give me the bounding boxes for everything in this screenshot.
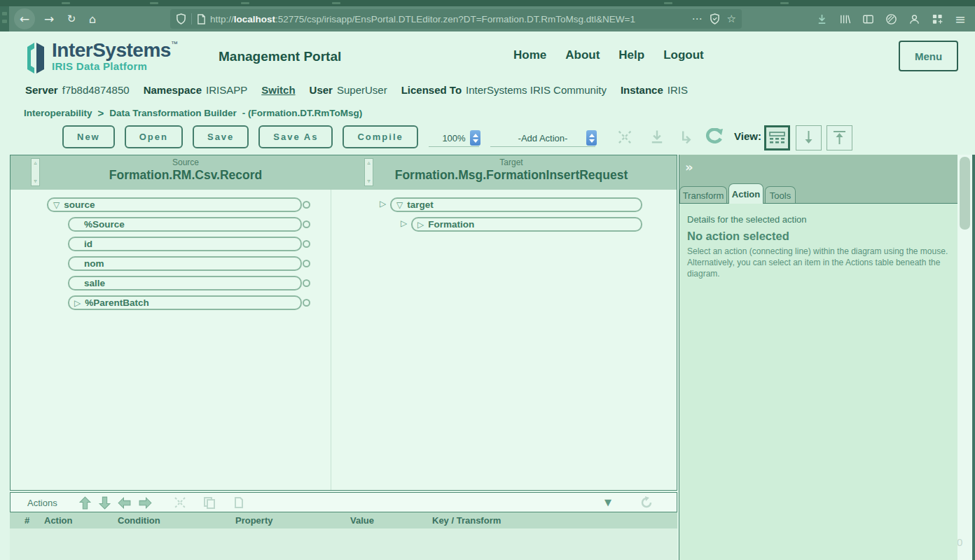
source-node-percent-source[interactable]: %Source xyxy=(68,217,302,232)
copy-icon xyxy=(649,129,665,148)
output-port[interactable] xyxy=(303,260,310,267)
menu-hamburger-icon[interactable]: ≡ xyxy=(954,13,967,25)
expanded-icon[interactable]: ▽ xyxy=(396,200,403,210)
account-icon[interactable] xyxy=(908,13,920,25)
actions-toolbar: Actions ▼ xyxy=(10,492,677,512)
menu-button[interactable]: Menu xyxy=(899,41,958,71)
view-diagram-button[interactable] xyxy=(764,125,790,150)
zoom-select[interactable]: 100% xyxy=(429,130,479,147)
open-button[interactable]: Open xyxy=(125,125,183,148)
bookmark-star-icon[interactable]: ☆ xyxy=(727,13,736,25)
collapsed-icon[interactable]: ▷ xyxy=(74,298,81,308)
target-node-formation[interactable]: ▷ Formation xyxy=(411,217,642,232)
diagram-header: Source Formation.RM.Csv.Record Target Fo… xyxy=(11,155,677,190)
page-actions-icon[interactable]: ⋯ xyxy=(692,13,703,25)
expanded-icon[interactable]: ▽ xyxy=(53,200,60,210)
sidebar-toggle-icon[interactable] xyxy=(862,13,874,25)
permissions-shield-icon[interactable] xyxy=(176,13,186,24)
tab-transform[interactable]: Transform xyxy=(679,186,727,204)
input-port-icon[interactable]: ▷ xyxy=(380,199,386,209)
library-icon[interactable] xyxy=(838,13,851,25)
extensions-icon[interactable] xyxy=(931,13,943,25)
source-node-id[interactable]: id xyxy=(68,237,302,251)
page-scrollbar-thumb[interactable] xyxy=(960,157,970,230)
col-property[interactable]: Property xyxy=(235,515,272,526)
undo-icon[interactable] xyxy=(703,128,724,149)
editor-toolbar: New Open Save Save As Compile xyxy=(62,125,418,148)
source-node-nom[interactable]: nom xyxy=(68,256,302,271)
actions-dropdown-icon[interactable]: ▼ xyxy=(604,497,611,507)
cut-action-icon xyxy=(173,496,187,512)
target-node-target[interactable]: ▽ target xyxy=(390,197,642,212)
downloads-icon[interactable] xyxy=(815,13,828,25)
tracking-protection-icon[interactable] xyxy=(710,13,720,24)
scroll-down-icon[interactable]: ▿ xyxy=(367,178,370,184)
source-class-name[interactable]: Formation.RM.Csv.Record xyxy=(39,168,333,183)
cut-icon xyxy=(616,129,633,148)
output-port[interactable] xyxy=(303,201,310,209)
new-button[interactable]: New xyxy=(62,125,115,148)
stepper-icon[interactable] xyxy=(586,130,597,146)
home-button[interactable]: ⌂ xyxy=(82,8,103,29)
nav-help[interactable]: Help xyxy=(618,48,644,62)
tab-tools[interactable]: Tools xyxy=(765,186,796,204)
switch-namespace-link[interactable]: Switch xyxy=(261,84,295,96)
move-up-icon[interactable] xyxy=(78,496,92,513)
breadcrumb-page[interactable]: Data Transformation Builder xyxy=(109,108,237,118)
output-port[interactable] xyxy=(303,279,310,287)
reload-button[interactable]: ↻ xyxy=(61,8,82,29)
diagram-view-icon xyxy=(768,131,786,146)
collapsed-icon[interactable]: ▷ xyxy=(417,220,424,230)
node-label: nom xyxy=(84,258,104,269)
nav-about[interactable]: About xyxy=(565,48,600,62)
nav-home[interactable]: Home xyxy=(513,48,546,62)
scroll-up-icon[interactable]: ▵ xyxy=(34,160,36,166)
source-header: Source Formation.RM.Csv.Record xyxy=(39,158,333,183)
output-port[interactable] xyxy=(303,299,310,307)
target-class-name[interactable]: Formation.Msg.FormationInsertRequest xyxy=(364,168,658,183)
source-node-parentbatch[interactable]: ▷ %ParentBatch xyxy=(68,295,302,310)
node-label: id xyxy=(84,239,92,249)
url-bar[interactable]: http://localhost:52775/csp/irisapp/EnsPo… xyxy=(170,9,742,29)
col-key-transform[interactable]: Key / Transform xyxy=(432,515,501,526)
paste-icon xyxy=(678,129,695,148)
back-button[interactable]: ← xyxy=(14,8,35,29)
collapse-panel-icon[interactable]: » xyxy=(685,160,693,174)
col-action[interactable]: Action xyxy=(44,515,72,526)
forward-button[interactable]: → xyxy=(39,8,60,29)
source-node-salle[interactable]: salle xyxy=(68,276,302,290)
move-right-icon[interactable] xyxy=(138,496,153,513)
save-button[interactable]: Save xyxy=(193,125,249,148)
view-input-button[interactable] xyxy=(827,125,852,150)
target-scroll-widget[interactable]: ▵ ▿ xyxy=(364,158,373,186)
view-output-button[interactable] xyxy=(796,125,822,150)
paste-action-icon xyxy=(232,496,246,512)
tab-action[interactable]: Action xyxy=(728,183,763,204)
source-scroll-widget[interactable]: ▵ ▿ xyxy=(31,158,40,186)
save-as-button[interactable]: Save As xyxy=(258,125,333,148)
scroll-up-icon[interactable]: ▵ xyxy=(367,160,370,166)
scroll-down-icon[interactable]: ▿ xyxy=(34,178,36,184)
compile-button[interactable]: Compile xyxy=(343,125,417,148)
nav-logout[interactable]: Logout xyxy=(663,48,704,62)
output-port[interactable] xyxy=(303,220,310,228)
move-left-icon[interactable] xyxy=(117,496,132,513)
source-node-source[interactable]: ▽ source xyxy=(47,197,302,212)
output-port[interactable] xyxy=(303,240,310,248)
url-text[interactable]: http://localhost:52775/csp/irisapp/EnsPo… xyxy=(210,14,685,24)
add-action-select[interactable]: -Add Action- xyxy=(490,130,595,147)
extension-globe-icon[interactable] xyxy=(885,13,897,25)
input-port-icon[interactable]: ▷ xyxy=(401,218,407,228)
stepper-icon[interactable] xyxy=(470,130,480,146)
breadcrumb-interoperability[interactable]: Interoperability xyxy=(24,108,92,118)
status-heading: No action selected xyxy=(687,230,789,243)
col-number[interactable]: # xyxy=(25,515,29,526)
user-label: User xyxy=(310,84,333,96)
move-down-icon[interactable] xyxy=(97,496,112,513)
top-nav: Home About Help Logout xyxy=(513,48,704,62)
col-condition[interactable]: Condition xyxy=(118,515,160,526)
col-value[interactable]: Value xyxy=(350,515,374,526)
page-info-icon[interactable] xyxy=(197,14,206,24)
url-separator xyxy=(191,13,192,24)
target-role-label: Target xyxy=(364,158,658,168)
